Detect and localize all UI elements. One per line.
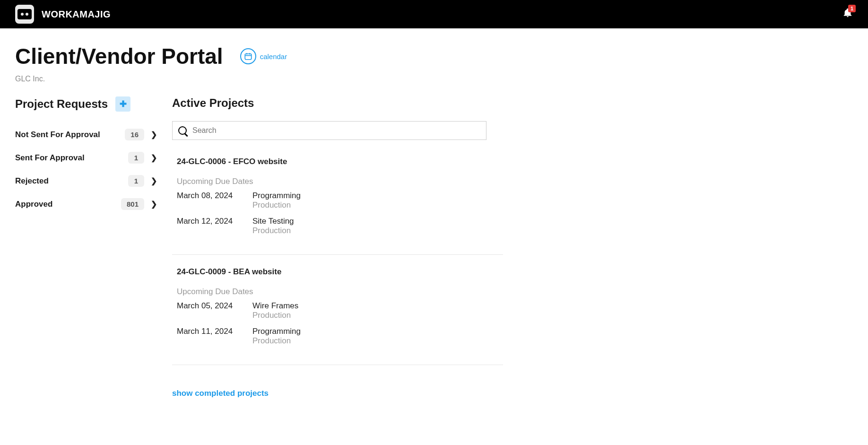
due-date: March 05, 2024 [177,301,252,320]
task-category: Production [252,201,301,210]
status-row-sent[interactable]: Sent For Approval 1 ❯ [15,146,157,169]
status-label: Sent For Approval [15,153,128,163]
task-name: Programming [252,191,301,201]
task-category: Production [252,336,301,346]
status-count-badge: 1 [128,152,144,164]
requests-title: Project Requests [15,97,108,111]
due-row: March 05, 2024 Wire Frames Production [177,301,503,320]
calendar-link[interactable]: calendar [240,48,287,64]
page-body: Client/Vendor Portal calendar GLC Inc. P… [0,28,868,413]
project-title[interactable]: 24-GLC-0009 - BEA website [177,267,503,277]
chevron-right-icon: ❯ [151,153,157,162]
title-row: Client/Vendor Portal calendar [15,44,853,69]
due-date: March 12, 2024 [177,217,252,236]
status-count-badge: 1 [128,175,144,187]
upcoming-due-dates-label: Upcoming Due Dates [177,177,503,186]
header-left: WORKAMAJIG [15,5,111,24]
calendar-label: calendar [260,52,287,61]
calendar-icon [240,48,256,64]
requests-header: Project Requests ✚ [15,96,157,112]
project-title[interactable]: 24-GLC-0006 - EFCO website [177,157,503,166]
due-date: March 08, 2024 [177,191,252,210]
status-label: Approved [15,200,121,209]
status-label: Not Sent For Approval [15,130,125,140]
columns: Project Requests ✚ Not Sent For Approval… [15,96,853,398]
task-name: Site Testing [252,217,294,226]
status-row-not-sent[interactable]: Not Sent For Approval 16 ❯ [15,123,157,146]
company-name: GLC Inc. [15,75,853,83]
task-category: Production [252,226,294,236]
robot-icon [17,9,32,19]
brand-name: WORKAMAJIG [42,9,111,20]
project-requests-panel: Project Requests ✚ Not Sent For Approval… [15,96,157,398]
status-count-badge: 16 [125,129,144,140]
search-box[interactable] [172,121,486,140]
chevron-right-icon: ❯ [151,130,157,139]
task-name: Wire Frames [252,301,298,311]
status-row-approved[interactable]: Approved 801 ❯ [15,192,157,216]
notifications-button[interactable]: 1 [842,8,853,21]
task-name: Programming [252,327,301,336]
active-projects-title: Active Projects [172,96,503,110]
status-count-badge: 801 [121,198,144,210]
due-row: March 11, 2024 Programming Production [177,327,503,346]
plus-icon: ✚ [120,99,127,109]
due-row: March 08, 2024 Programming Production [177,191,503,210]
task-category: Production [252,311,298,320]
project-card: 24-GLC-0009 - BEA website Upcoming Due D… [172,267,503,365]
search-icon [178,126,187,135]
status-row-rejected[interactable]: Rejected 1 ❯ [15,169,157,192]
active-projects-panel: Active Projects 24-GLC-0006 - EFCO websi… [172,96,503,398]
page-title: Client/Vendor Portal [15,44,223,69]
status-label: Rejected [15,176,128,186]
app-logo[interactable] [15,5,34,24]
project-card: 24-GLC-0006 - EFCO website Upcoming Due … [172,157,503,255]
upcoming-due-dates-label: Upcoming Due Dates [177,287,503,297]
header-right: 1 [842,8,853,21]
chevron-right-icon: ❯ [151,200,157,209]
due-date: March 11, 2024 [177,327,252,346]
due-row: March 12, 2024 Site Testing Production [177,217,503,236]
notification-count-badge: 1 [848,5,856,12]
app-header: WORKAMAJIG 1 [0,0,868,28]
show-completed-projects-link[interactable]: show completed projects [172,389,503,398]
search-input[interactable] [191,126,480,135]
svg-rect-0 [245,54,252,60]
add-request-button[interactable]: ✚ [115,96,130,112]
chevron-right-icon: ❯ [151,176,157,185]
